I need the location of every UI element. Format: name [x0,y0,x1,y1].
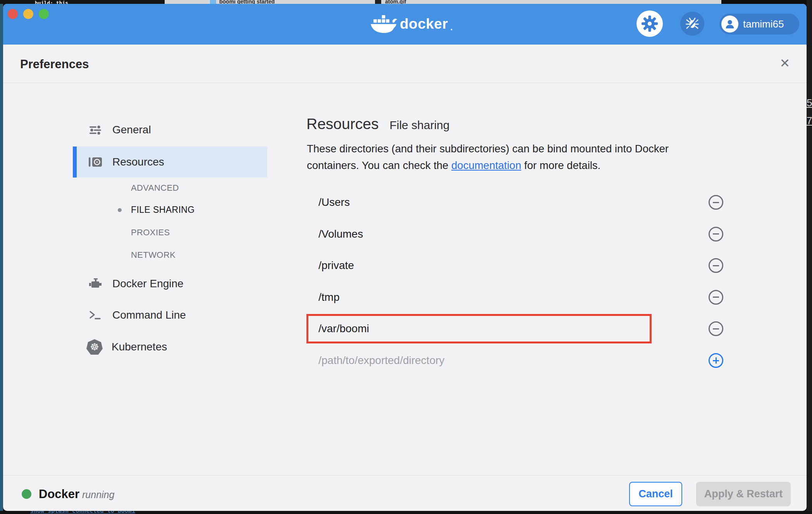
directory-path: /Users [318,196,350,209]
directory-row: /Volumes [304,219,738,250]
docker-wordmark-period: . [450,22,453,36]
sidebar-subitem-proxies[interactable]: PROXIES [131,228,170,238]
sidebar-subitem-file-sharing[interactable]: FILE SHARING [118,205,195,215]
docker-wordmark: docker [400,16,448,32]
background-right-edge: 51 72 [807,0,812,514]
app-status-value: running [82,489,114,500]
subnav-label: NETWORK [131,250,175,260]
background-bottom-edge: show splash connected to boomi [0,511,812,514]
sidebar-item-docker-engine[interactable]: Docker Engine [87,273,249,295]
avatar [721,16,738,33]
section-heading: Resources File sharing [306,116,450,133]
status-dot-icon [22,489,31,499]
sidebar-item-label: Command Line [112,309,186,321]
bug-icon [685,16,700,31]
remove-directory-icon[interactable] [709,227,723,241]
sliders-icon [87,124,104,135]
directory-path: /Volumes [318,228,363,240]
resources-icon [87,156,104,168]
subnav-label: PROXIES [131,228,170,237]
settings-button[interactable] [637,10,663,37]
active-bullet-icon [118,208,122,212]
app-header: docker . [3,4,807,45]
sidebar-item-command-line[interactable]: Command Line [87,304,249,326]
person-icon [724,18,736,30]
sidebar-item-label: Resources [112,156,164,168]
remove-directory-icon[interactable] [709,290,723,305]
macos-minimize-light[interactable] [23,9,33,19]
kubernetes-icon: ☸ [86,339,103,355]
remove-directory-icon[interactable] [709,321,723,336]
gear-icon [642,16,658,32]
subnav-label: FILE SHARING [131,205,195,215]
close-icon[interactable]: ✕ [776,55,793,72]
add-directory-row[interactable]: /path/to/exported/directory [304,345,738,376]
remove-directory-icon[interactable] [709,258,723,273]
section-title: Resources [306,116,378,133]
background-text-fragment: show splash connected to boomi [30,511,135,514]
app-status-name: Docker [39,487,79,501]
sidebar-subitem-advanced[interactable]: ADVANCED [131,183,179,193]
cancel-button[interactable]: Cancel [629,482,682,506]
sidebar-item-resources-row[interactable]: Resources [87,151,249,173]
directory-row: /Users [304,187,738,218]
directory-path: /var/boomi [318,323,369,335]
directory-row: /var/boomi [304,313,738,344]
username-label: tamimi65 [743,18,784,30]
description-text: for more details. [521,159,600,171]
background-number-fragment: 72 [807,115,812,127]
sidebar-item-label: Docker Engine [112,278,184,290]
sidebar-item-general[interactable]: General [87,119,249,141]
apply-restart-button[interactable]: Apply & Restart [696,482,791,506]
background-number-fragment: 51 [807,97,812,109]
directory-row: /tmp [304,282,738,313]
macos-close-light[interactable] [8,9,18,19]
remove-directory-icon[interactable] [709,195,723,210]
directory-path-input[interactable]: /path/to/exported/directory [318,354,444,367]
add-directory-icon[interactable] [709,353,723,368]
preferences-titlebar: Preferences ✕ [3,45,807,83]
docker-preferences-window: docker . [3,4,807,511]
background-left-edge [0,4,3,511]
macos-zoom-light[interactable] [39,9,49,19]
page-title: Preferences [20,57,89,71]
directory-row: /private [304,250,738,281]
footer-divider [3,475,807,476]
engine-icon [87,278,104,290]
user-account-button[interactable]: tamimi65 [719,14,799,34]
terminal-icon [87,310,104,321]
directory-path: /tmp [318,291,339,304]
docker-logo: docker . [370,12,453,36]
troubleshoot-button[interactable] [680,12,704,36]
file-sharing-list: /Users/Volumes/private/tmp/var/boomi/pat… [304,187,738,392]
documentation-link[interactable]: documentation [451,159,521,171]
docker-whale-icon [370,13,397,35]
section-description: These directories (and their subdirector… [307,140,712,174]
sidebar-item-label: General [112,124,151,136]
sidebar-item-label: Kubernetes [112,341,167,353]
subnav-label: ADVANCED [131,183,179,193]
sidebar-subitem-network[interactable]: NETWORK [131,250,175,260]
directory-path: /private [318,259,354,272]
section-subtitle: File sharing [389,119,449,132]
sidebar-item-kubernetes[interactable]: ☸ Kubernetes [86,336,249,358]
active-accent-bar [73,147,77,178]
